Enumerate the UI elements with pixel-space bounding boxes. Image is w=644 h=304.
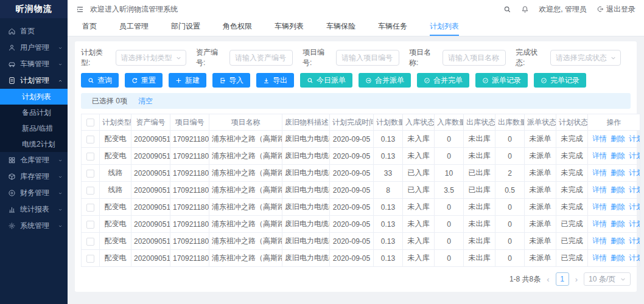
submenu-item-spare-plan[interactable]: 备品计划 [0,105,68,120]
page-number[interactable]: 1 [556,272,569,286]
row-action-plan-status[interactable]: 计划状态 [629,219,640,228]
row-action-plan-status[interactable]: 计划状态 [629,151,640,160]
table-cell: 2020090517... [131,182,170,199]
export-button[interactable]: 导出 [256,73,294,88]
tab-employees[interactable]: 员工管理 [119,18,149,36]
sidebar-item-reports[interactable]: 统计报表 [0,201,68,218]
row-action-detail[interactable]: 详情 [592,202,607,211]
tab-home[interactable]: 首页 [82,18,97,36]
page-size-select[interactable]: 10 条/页 [584,272,631,286]
row-action-plan-status[interactable]: 计划状态 [629,185,640,194]
row-checkbox[interactable] [86,136,94,143]
row-action-delete[interactable]: 删除 [611,151,625,160]
table-row: 配变电2020090517...1709211800...浦东祖冲之路（高斯路.… [82,250,640,267]
sidebar-item-plans[interactable]: 计划管理 [0,72,68,89]
row-action-detail[interactable]: 详情 [592,254,607,262]
column-header: 派单状态 [525,114,556,131]
row-action-delete[interactable]: 删除 [611,202,625,211]
row-action-delete[interactable]: 删除 [611,237,625,245]
home-icon [8,27,16,35]
row-checkbox[interactable] [86,204,94,212]
submenu-item-new-temp[interactable]: 新品/临措 [0,120,68,136]
table-cell: 线路 [100,165,131,182]
table-cell: 废旧电力电缆(173... [282,148,330,165]
row-action-plan-status[interactable]: 计划状态 [629,202,640,211]
today-dispatch-button[interactable]: 今日派单 [300,73,352,88]
import-button[interactable]: 导入 [212,73,250,88]
sidebar-item-finance[interactable]: 财务管理 [0,185,68,201]
row-action-plan-status[interactable]: 计划状态 [629,168,640,177]
merge-dispatch-button[interactable]: 合并派单 [359,73,411,88]
clear-selection-link[interactable]: 清空 [138,96,153,106]
row-action-delete[interactable]: 删除 [611,219,625,228]
dispatch-records-button[interactable]: 派单记录 [475,73,528,88]
main-area: 欢迎进入昕润物流管理系统 欢迎您, 管理员 退出登录 首页 员工管理 部门设置 … [68,0,644,304]
row-action-detail[interactable]: 详情 [592,237,607,245]
project-no-input[interactable] [336,50,399,66]
row-action-plan-status[interactable]: 计划状态 [629,254,640,262]
plan-icon [8,77,16,85]
column-header: 项目名称 [209,114,282,131]
asset-no-input[interactable] [229,50,293,66]
sidebar-item-users[interactable]: 用户管理 [0,40,68,56]
tab-vehicle-insurance[interactable]: 车辆保险 [326,18,355,36]
complete-records-button[interactable]: 完单记录 [534,73,586,88]
row-checkbox-cell [82,131,100,148]
tab-departments[interactable]: 部门设置 [171,18,200,36]
row-checkbox[interactable] [86,153,94,161]
merge-complete-button[interactable]: 合并完单 [417,73,469,88]
sidebar-item-system[interactable]: 系统管理 [0,218,68,234]
row-action-delete[interactable]: 删除 [611,168,625,177]
tab-vehicle-tasks[interactable]: 车辆任务 [378,18,407,36]
row-checkbox[interactable] [86,170,94,178]
table-cell: 未完成 [556,199,588,216]
next-page-icon[interactable]: › [574,275,579,284]
sidebar-item-vehicles[interactable]: 车辆管理 [0,56,68,72]
row-action-detail[interactable]: 详情 [592,134,607,143]
row-checkbox[interactable] [86,221,94,229]
tab-roles[interactable]: 角色权限 [223,18,252,36]
row-action-detail[interactable]: 详情 [592,219,607,228]
table-cell: 1709211800... [170,250,209,267]
table-cell: 浦东祖冲之路（高斯路... [209,199,282,216]
table-cell: 2020-09-05 [330,131,374,148]
prev-page-icon[interactable]: ‹ [545,275,550,284]
row-action-detail[interactable]: 详情 [592,168,607,177]
chevron-down-icon [58,174,63,179]
plan-type-select[interactable]: 请选择计划类型 [116,50,186,66]
row-action-delete[interactable]: 删除 [611,134,625,143]
search-icon [88,77,94,84]
tabs-bar: 首页 员工管理 部门设置 角色权限 车辆列表 车辆保险 车辆任务 计划列表 [68,18,644,36]
bell-icon[interactable] [521,5,529,13]
finish-status-select[interactable]: 请选择完成状态 [550,50,621,66]
row-checkbox[interactable] [86,187,94,195]
project-name-input[interactable] [443,50,506,66]
select-all-checkbox[interactable] [86,119,94,126]
tab-plan-list[interactable]: 计划列表 [430,18,459,36]
row-action-plan-status[interactable]: 计划状态 [629,134,640,143]
table-cell: 未完成 [556,148,588,165]
sidebar-item-warehouse[interactable]: 仓库管理 [0,152,68,168]
row-action-plan-status[interactable]: 计划状态 [629,237,640,245]
search-button[interactable]: 查询 [81,73,119,88]
sidebar-item-home[interactable]: 首页 [0,23,68,40]
table-cell: 1709211800... [170,216,209,233]
create-button[interactable]: 新建 [169,73,206,88]
search-icon[interactable] [503,5,511,13]
tab-vehicle-list[interactable]: 车辆列表 [275,18,304,36]
filter-asset-no: 资产编号: [196,47,293,68]
row-checkbox[interactable] [86,255,94,263]
row-action-detail[interactable]: 详情 [592,185,607,194]
table-cell: 3.5 [435,182,464,199]
logout-button[interactable]: 退出登录 [597,4,635,15]
row-action-delete[interactable]: 删除 [611,185,625,194]
sidebar-item-inventory[interactable]: 库存管理 [0,168,68,185]
collapse-sidebar-icon[interactable] [76,5,84,13]
row-checkbox[interactable] [86,238,94,246]
row-action-delete[interactable]: 删除 [611,254,625,262]
reset-button[interactable]: 重置 [125,73,163,88]
submenu-item-plan-list[interactable]: 计划列表 [0,89,68,105]
row-action-detail[interactable]: 详情 [592,151,607,160]
submenu-item-cable-plan[interactable]: 电缆2计划 [0,136,68,152]
table-cell: 浦东祖冲之路（高斯路... [209,131,282,148]
